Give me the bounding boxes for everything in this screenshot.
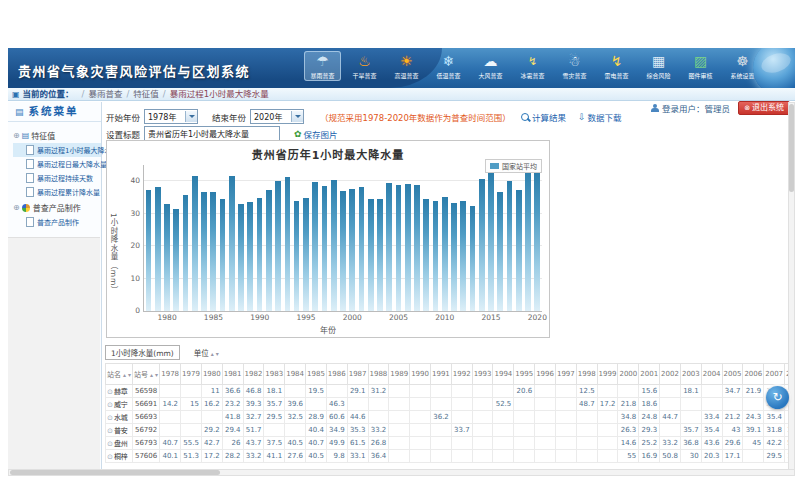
station-name-cell[interactable]: ⊙盘州 [106,437,133,450]
sidebar-group-0[interactable]: ⊕▤特征值 [13,130,101,141]
value-cell [743,450,764,463]
value-cell [472,398,493,411]
value-cell [493,424,514,437]
column-header-year[interactable]: 1989 [389,364,410,385]
column-header-year[interactable]: 1986 [326,364,347,385]
x-tick-label: 1980 [154,313,180,322]
chevron-down-icon [291,111,303,122]
column-header-year[interactable]: 2003 [680,364,701,385]
column-header-year[interactable]: 1979 [181,364,202,385]
toolbar-item-label: 雪灾普查 [560,71,590,80]
product-icon [22,204,30,212]
sidebar-item[interactable]: 暴雨过程持续天数 [13,171,101,185]
value-cell [451,411,472,424]
column-header-year[interactable]: 1981 [222,364,243,385]
column-header-year[interactable]: 2007 [764,364,785,385]
value-cell: 55.5 [181,437,202,450]
bar-1978 [146,190,152,311]
station-name-cell[interactable]: ⊙水城 [106,411,133,424]
toolbar-item-risk[interactable]: ▦综合风险 [640,51,677,81]
column-header-year[interactable]: 1982 [243,364,264,385]
save-image-button[interactable]: ✿保存图片 [294,128,338,140]
station-data-table: 站名▴ ▾站号▴ ▾197819791980198119821983198419… [105,363,793,463]
end-year-select[interactable]: 2020年 [250,109,304,124]
toolbar-item-lightning[interactable]: ↯雷电普查 [598,51,635,81]
toolbar-item-wind[interactable]: ☁大风普查 [472,51,509,81]
column-header-year[interactable]: 1999 [597,364,618,385]
bar-1992 [275,181,281,311]
column-header-year[interactable]: 1980 [201,364,222,385]
station-name-cell[interactable]: ⊙赫章 [106,385,133,398]
sidebar-group-1[interactable]: ⊕普查产品制作 [13,202,101,213]
y-tick-label: 30 [120,209,140,218]
toolbar-item-drought[interactable]: ♨干旱普查 [346,51,383,81]
expand-icon[interactable]: ⊕ [13,203,20,212]
horizontal-scrollbar[interactable] [8,469,795,476]
value-cell [493,450,514,463]
row-expand-icon[interactable]: ⊙ [107,401,113,409]
column-header-year[interactable]: 1991 [430,364,451,385]
scrollbar-thumb[interactable] [10,470,220,475]
column-header-id[interactable]: 站号▴ ▾ [132,364,159,385]
column-header-year[interactable]: 1984 [285,364,306,385]
sidebar-item[interactable]: 暴雨过程1小时最大降水量 [13,143,101,157]
column-header-year[interactable]: 1996 [535,364,556,385]
sidebar-item[interactable]: 暴雨过程日最大降水量 [13,157,101,171]
column-header-year[interactable]: 1994 [493,364,514,385]
chevron-down-icon [185,111,197,122]
x-tick-label: 2020 [524,313,550,322]
value-cell: 29.1 [347,385,368,398]
column-header-year[interactable]: 1990 [410,364,431,385]
value-cell: 31.8 [764,424,785,437]
value-cell: 32.5 [285,411,306,424]
column-header-year[interactable]: 1997 [555,364,576,385]
column-header-year[interactable]: 1992 [451,364,472,385]
column-header-year[interactable]: 2004 [701,364,722,385]
sidebar-item[interactable]: 普查产品制作 [13,215,101,229]
breadcrumb-item[interactable]: 暴雨普查 [88,89,122,99]
column-header-year[interactable]: 2005 [722,364,743,385]
column-header-year[interactable]: 1998 [576,364,597,385]
value-type-box[interactable]: 1小时降水量(mm) [105,345,180,360]
toolbar-item-map[interactable]: ▨图件审核 [682,51,719,81]
calculate-button[interactable]: 计算结果 [521,111,566,123]
sidebar-item[interactable]: 暴雨过程累计降水量 [13,185,101,199]
row-expand-icon[interactable]: ⊙ [107,427,113,435]
column-header-name[interactable]: 站名▴ ▾ [106,364,133,385]
column-header-year[interactable]: 1993 [472,364,493,385]
toolbar-item-cold[interactable]: ❄低温普查 [430,51,467,81]
column-header-year[interactable]: 2001 [639,364,660,385]
row-expand-icon[interactable]: ⊙ [107,440,113,448]
column-header-year[interactable]: 1988 [368,364,389,385]
toolbar-item-snow[interactable]: ☃雪灾普查 [556,51,593,81]
toolbar-item-heat[interactable]: ☀高温普查 [388,51,425,81]
scrollbar-thumb[interactable] [789,104,794,192]
start-year-select[interactable]: 1978年 [144,109,198,124]
column-header-year[interactable]: 1978 [160,364,181,385]
toolbar-item-hail[interactable]: ↯冰雹普查 [514,51,551,81]
column-header-year[interactable]: 2002 [660,364,681,385]
column-header-year[interactable]: 1987 [347,364,368,385]
chart-title-input[interactable] [144,126,280,141]
breadcrumb-item[interactable]: 特征值 [133,89,159,99]
floating-refresh-badge[interactable]: ↻ [766,386,789,409]
expand-icon[interactable]: ⊕ [13,131,20,140]
download-button[interactable]: ⇩数据下载 [578,111,622,123]
column-header-year[interactable]: 2000 [618,364,639,385]
column-header-year[interactable]: 1983 [264,364,285,385]
breadcrumb-item[interactable]: 暴雨过程1小时最大降水量 [170,89,269,99]
station-name-cell[interactable]: ⊙威宁 [106,398,133,411]
row-expand-icon[interactable]: ⊙ [107,453,113,461]
station-name-cell[interactable]: ⊙桐梓 [106,450,133,463]
column-header-year[interactable]: 2006 [743,364,764,385]
station-name-cell[interactable]: ⊙普安 [106,424,133,437]
column-header-year[interactable]: 1995 [514,364,535,385]
value-cell: 42.2 [764,437,785,450]
row-expand-icon[interactable]: ⊙ [107,388,113,396]
vertical-scrollbar[interactable] [788,102,795,470]
column-header-year[interactable]: 1985 [306,364,327,385]
value-cell [493,385,514,398]
unit-sort-header[interactable]: 单位▴ ▾ [194,347,219,358]
toolbar-item-rain[interactable]: ☂暴雨普查 [304,51,341,81]
row-expand-icon[interactable]: ⊙ [107,414,113,422]
